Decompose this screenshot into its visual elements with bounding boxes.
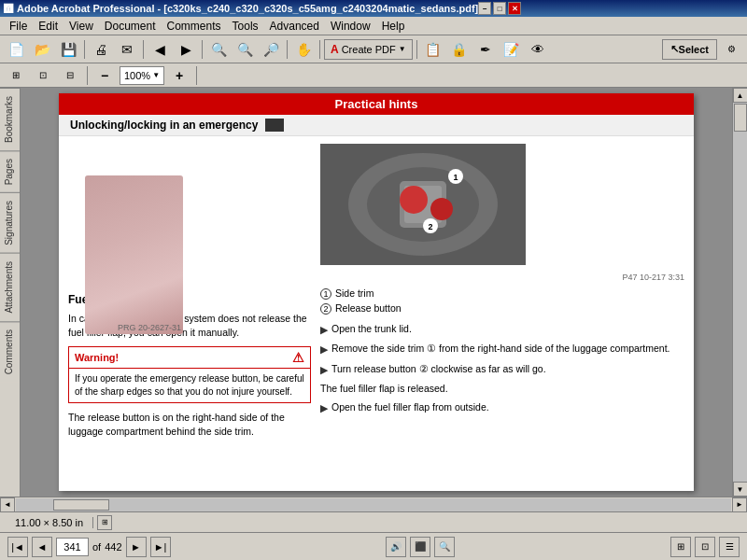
open-btn[interactable]: 📂 <box>30 38 54 61</box>
zoom-value: 100% <box>124 70 150 81</box>
create-pdf-button[interactable]: A Create PDF ▼ <box>324 39 413 60</box>
titlebar-text: Adobe Acrobat Professional - [c320ks_c24… <box>17 3 478 14</box>
scroll-down-button[interactable]: ▼ <box>733 482 748 497</box>
svg-text:2: 2 <box>428 222 432 231</box>
actual-size-btn[interactable]: ⊟ <box>58 64 82 87</box>
grid-btn[interactable]: ⊞ <box>670 537 691 557</box>
menu-tools[interactable]: Tools <box>227 18 264 35</box>
audio-btn[interactable]: 🔊 <box>386 537 406 557</box>
menu-advanced[interactable]: Advanced <box>264 18 325 35</box>
note-text: The fuel filler flap is released. <box>320 382 684 396</box>
page-input[interactable] <box>56 538 89 556</box>
spread-btn[interactable]: ⊡ <box>695 537 715 557</box>
last-page-button[interactable]: ►| <box>150 537 171 557</box>
arrow-icon-2: ▶ <box>320 343 328 357</box>
bullet-text-2: Remove the side trim ① from the right-ha… <box>331 342 670 356</box>
navigation-bar: |◄ ◄ of 442 ► ►| 🔊 ⬛ 🔍 ⊞ ⊡ ☰ <box>0 532 747 560</box>
bullet-text-1: Open the trunk lid. <box>331 322 412 336</box>
print-btn[interactable]: 🖨 <box>89 38 113 61</box>
secure-btn[interactable]: 🔒 <box>447 38 472 61</box>
svg-text:1: 1 <box>453 173 458 182</box>
fit-page-btn[interactable]: ⊞ <box>4 64 28 87</box>
bullet-4: ▶ Open the fuel filler flap from outside… <box>320 400 684 415</box>
arrow-icon-1: ▶ <box>320 323 328 337</box>
scroll-thumb[interactable] <box>734 104 747 132</box>
left-panel-tabs: Bookmarks Pages Signatures Attachments C… <box>0 88 21 497</box>
zoom-minus-btn[interactable]: − <box>92 64 117 87</box>
new-btn[interactable]: 📄 <box>4 38 28 61</box>
pdf-right-column: 1 2 P47 10-217 3:31 1 Side trim 2 <box>320 144 684 470</box>
warning-title-bar: Warning! ⚠ <box>69 347 310 369</box>
menu-comments[interactable]: Comments <box>162 18 227 35</box>
pdf-section-header: Practical hints <box>59 93 694 115</box>
hscroll-thumb[interactable] <box>53 499 109 511</box>
select-label: Select <box>679 44 709 55</box>
hscroll-left-button[interactable]: ◄ <box>0 497 15 512</box>
zoom-dropdown[interactable]: 100% ▼ <box>120 66 164 85</box>
titlebar: 🅰 Adobe Acrobat Professional - [c320ks_c… <box>0 0 747 17</box>
menu-help[interactable]: Help <box>376 18 411 35</box>
diagram-svg: 1 2 <box>320 144 526 265</box>
hscroll-right-button[interactable]: ► <box>732 497 747 512</box>
svg-point-5 <box>400 186 428 214</box>
sep1 <box>84 40 85 59</box>
statusbar: 11.00 × 8.50 in ⊞ <box>0 511 747 532</box>
svg-point-6 <box>430 198 453 220</box>
menu-file[interactable]: File <box>4 18 33 35</box>
menu-view[interactable]: View <box>63 18 99 35</box>
fwd-btn[interactable]: ▶ <box>174 38 198 61</box>
attachments-tab[interactable]: Attachments <box>0 253 20 321</box>
menu-document[interactable]: Document <box>99 18 162 35</box>
vertical-scrollbar[interactable]: ▲ ▼ <box>732 88 747 497</box>
fit-status-icon[interactable]: ⊞ <box>97 515 112 530</box>
combine-btn[interactable]: 📋 <box>421 38 445 61</box>
select-button[interactable]: ↖ Select <box>662 39 717 60</box>
zoom-plus-btn[interactable]: + <box>167 64 191 87</box>
horizontal-scrollbar[interactable]: ◄ ► <box>0 497 747 511</box>
win-maximize[interactable]: □ <box>493 2 506 15</box>
search-nav-btn[interactable]: 🔍 <box>434 537 455 557</box>
hscroll-track[interactable] <box>16 498 731 511</box>
comments-tab[interactable]: Comments <box>0 321 20 382</box>
scroll-track[interactable] <box>733 103 748 482</box>
form-btn[interactable]: 📝 <box>500 38 524 61</box>
stop-btn[interactable]: ⬛ <box>410 537 430 557</box>
bookmarks-tab[interactable]: Bookmarks <box>0 88 20 150</box>
bullet-3: ▶ Turn release button ② clockwise as far… <box>320 362 684 377</box>
email-btn[interactable]: ✉ <box>115 38 139 61</box>
options-btn[interactable]: ⚙ <box>719 38 743 61</box>
warning-box: Warning! ⚠ If you operate the emergency … <box>68 346 311 403</box>
search-btn[interactable]: 🔎 <box>259 38 283 61</box>
create-pdf-icon: A <box>331 43 339 56</box>
save-btn[interactable]: 💾 <box>56 38 80 61</box>
diagram-caption: P47 10-217 3:31 <box>320 273 684 282</box>
bullet-2: ▶ Remove the side trim ① from the right-… <box>320 342 684 357</box>
menu-window[interactable]: Window <box>325 18 376 35</box>
layout-btn[interactable]: ☰ <box>719 537 740 557</box>
next-page-button[interactable]: ► <box>126 537 147 557</box>
first-page-button[interactable]: |◄ <box>7 537 28 557</box>
win-close[interactable]: ✕ <box>508 2 521 15</box>
back-btn[interactable]: ◀ <box>148 38 172 61</box>
zoom-in-btn[interactable]: 🔍 <box>233 38 257 61</box>
prev-page-button[interactable]: ◄ <box>32 537 52 557</box>
hand-btn[interactable]: ✋ <box>291 38 316 61</box>
legend-num-2: 2 <box>320 303 331 315</box>
sign-btn[interactable]: ✒ <box>473 38 498 61</box>
sep8 <box>196 66 197 85</box>
scroll-up-button[interactable]: ▲ <box>733 88 748 103</box>
zoom-out-btn[interactable]: 🔍 <box>206 38 231 61</box>
signatures-tab[interactable]: Signatures <box>0 192 20 253</box>
create-pdf-label: Create PDF <box>342 44 396 55</box>
legend-item-2: 2 Release button <box>320 302 684 315</box>
toolbar1: 📄 📂 💾 🖨 ✉ ◀ ▶ 🔍 🔍 🔎 ✋ A Create PDF ▼ 📋 🔒… <box>0 35 747 63</box>
cursor-icon: ↖ <box>670 43 679 55</box>
pages-tab[interactable]: Pages <box>0 150 20 192</box>
sep5 <box>319 40 320 59</box>
review-btn[interactable]: 👁 <box>526 38 550 61</box>
fit-width-btn[interactable]: ⊡ <box>31 64 55 87</box>
menu-edit[interactable]: Edit <box>33 18 63 35</box>
win-minimize[interactable]: − <box>478 2 491 15</box>
app-icon: 🅰 <box>4 4 13 14</box>
document-area: PRG 20-2627-31 Practical hints Unlocking… <box>21 88 732 497</box>
